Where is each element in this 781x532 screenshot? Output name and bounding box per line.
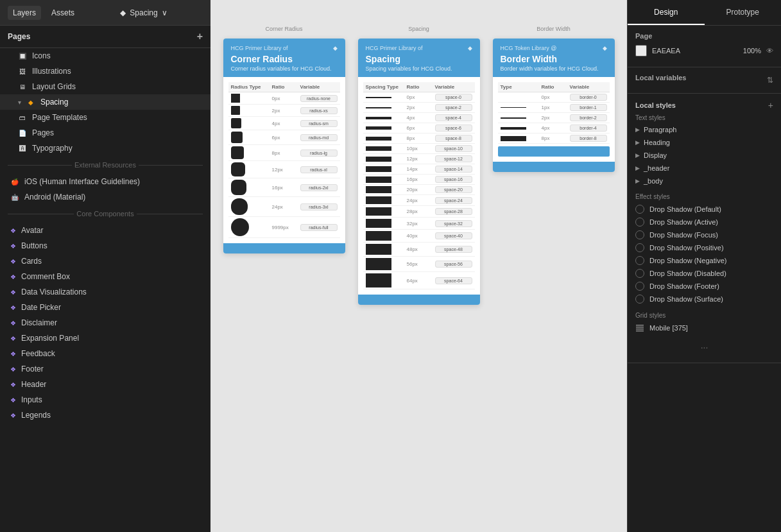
assets-tab[interactable]: Assets xyxy=(46,6,80,20)
sidebar-item-page-templates[interactable]: 🗃 Page Templates xyxy=(0,110,210,125)
page-icon: 🅰 xyxy=(18,144,27,153)
spacing-swatch xyxy=(366,244,391,255)
sidebar-item-cards[interactable]: ❖ Cards xyxy=(0,253,210,269)
effect-drop-shadow-surface[interactable]: Drop Shadow (Surface) xyxy=(635,293,773,305)
sidebar-item-data-visualizations[interactable]: ❖ Data Visualizations xyxy=(0,284,210,300)
component-icon: ❖ xyxy=(10,258,16,265)
sidebar-item-typography[interactable]: 🅰 Typography xyxy=(0,141,210,156)
radius-swatch xyxy=(231,106,240,115)
badge-icon: ◆ xyxy=(333,45,338,51)
table-header: Spacing Type Ratio Variable xyxy=(363,82,475,92)
style-label: Heading xyxy=(644,139,670,146)
effect-drop-shadow-negative[interactable]: Drop Shadow (Negative) xyxy=(635,254,773,267)
sidebar-item-expansion-panel[interactable]: ❖ Expansion Panel xyxy=(0,330,210,346)
sidebar-item-label: Page Templates xyxy=(32,113,87,122)
table-row: 16px space-16 xyxy=(363,175,475,185)
left-panel: Layers Assets ◆ Spacing ∨ Pages + 🔲 Icon… xyxy=(0,0,210,532)
sidebar-item-label: Avatar xyxy=(21,226,43,235)
style-group-body: ▶ _body xyxy=(635,175,773,187)
effect-drop-shadow-positive[interactable]: Drop Shadow (Positive) xyxy=(635,241,773,254)
radius-swatch xyxy=(231,118,241,128)
card-title: Border Width xyxy=(501,54,607,64)
style-group-heading: ▶ Heading xyxy=(635,137,773,148)
spacing-swatch xyxy=(366,146,391,151)
border-swatch xyxy=(501,107,526,108)
sidebar-item-layout-grids[interactable]: 🖥 Layout Grids xyxy=(0,79,210,94)
local-variables-section: Local variables ⇅ xyxy=(628,67,781,94)
text-styles-title: Text styles xyxy=(635,114,773,121)
sidebar-item-disclaimer[interactable]: ❖ Disclaimer xyxy=(0,315,210,330)
style-label: Paragraph xyxy=(644,126,676,133)
sidebar-item-pages[interactable]: 📄 Pages xyxy=(0,125,210,141)
corner-radius-label: Corner Radius xyxy=(262,26,305,32)
page-dropdown-icon[interactable]: ∨ xyxy=(162,8,167,17)
add-style-button[interactable]: + xyxy=(768,100,773,110)
sidebar-item-comment-box[interactable]: ❖ Comment Box xyxy=(0,269,210,284)
more-options[interactable]: ··· xyxy=(635,338,773,356)
table-row: 48px space-48 xyxy=(363,243,475,257)
spacing-swatch xyxy=(366,137,391,141)
highlight-row xyxy=(498,146,610,157)
component-icon: ❖ xyxy=(10,273,16,280)
table-row: 56px space-56 xyxy=(363,257,475,272)
tab-design[interactable]: Design xyxy=(628,0,705,25)
spacing-swatch xyxy=(366,219,391,228)
sidebar-item-header[interactable]: ❖ Header xyxy=(0,377,210,392)
sidebar-item-legends[interactable]: ❖ Legends xyxy=(0,408,210,423)
tab-prototype[interactable]: Prototype xyxy=(705,0,782,25)
sidebar-item-ios[interactable]: 🍎 iOS (Human Interface Guidelines) xyxy=(0,174,210,189)
local-styles-title: Local styles xyxy=(635,101,676,109)
effect-drop-shadow-footer[interactable]: Drop Shadow (Footer) xyxy=(635,280,773,293)
current-page-indicator: ◆ Spacing ∨ xyxy=(120,8,167,17)
local-vars-icon[interactable]: ⇅ xyxy=(767,76,773,85)
grid-mobile[interactable]: Mobile [375] xyxy=(635,322,773,334)
effect-label: Drop Shadow (Positive) xyxy=(649,244,724,252)
sidebar-item-feedback[interactable]: ❖ Feedback xyxy=(0,346,210,361)
effect-label: Drop Shadow (Disabled) xyxy=(649,270,726,277)
sidebar-item-buttons[interactable]: ❖ Buttons xyxy=(0,238,210,253)
card-title: Corner Radius xyxy=(231,54,338,64)
radius-swatch xyxy=(231,198,248,215)
effect-drop-shadow-focus[interactable]: Drop Shadow (Focus) xyxy=(635,228,773,241)
table-row: 64px space-64 xyxy=(363,272,475,289)
sidebar-item-avatar[interactable]: ❖ Avatar xyxy=(0,223,210,238)
left-list: 🔲 Icons 🖼 Illustrations 🖥 Layout Grids ▾… xyxy=(0,48,210,532)
brand-text: HCG Primer Library of xyxy=(231,45,288,51)
component-icon: ❖ xyxy=(10,412,16,419)
effect-drop-shadow-active[interactable]: Drop Shadow (Active) xyxy=(635,216,773,228)
pages-title: Pages xyxy=(8,32,30,41)
effect-drop-shadow-default[interactable]: Drop Shadow (Default) xyxy=(635,203,773,216)
table-row: 16px radius-2xl xyxy=(228,178,340,197)
page-color-swatch[interactable] xyxy=(635,45,647,56)
svg-rect-3 xyxy=(636,330,644,332)
visibility-icon[interactable]: 👁 xyxy=(766,47,773,55)
add-page-button[interactable]: + xyxy=(197,31,203,42)
sidebar-item-android[interactable]: 🤖 Android (Material) xyxy=(0,189,210,205)
sidebar-item-date-picker[interactable]: ❖ Date Picker xyxy=(0,300,210,315)
style-group-paragraph-row[interactable]: ▶ Paragraph xyxy=(635,124,773,135)
local-vars-row: Local variables ⇅ xyxy=(635,74,773,87)
badge-icon: ◆ xyxy=(603,45,607,51)
layers-tab[interactable]: Layers xyxy=(8,6,41,20)
sidebar-item-footer[interactable]: ❖ Footer xyxy=(0,361,210,377)
sidebar-item-icons[interactable]: 🔲 Icons xyxy=(0,48,210,64)
style-group-header-row[interactable]: ▶ _header xyxy=(635,162,773,174)
sidebar-item-inputs[interactable]: ❖ Inputs xyxy=(0,392,210,408)
spacing-swatch xyxy=(366,258,391,270)
table-row: 32px space-32 xyxy=(363,218,475,230)
sidebar-item-label: Icons xyxy=(32,51,51,60)
table-row: 14px space-14 xyxy=(363,164,475,175)
effect-drop-shadow-disabled[interactable]: Drop Shadow (Disabled) xyxy=(635,267,773,280)
style-group-body-row[interactable]: ▶ _body xyxy=(635,175,773,187)
card-subtitle: Corner radius variables for HCG Cloud. xyxy=(231,65,338,72)
table-row: 8px radius-lg xyxy=(228,145,340,161)
card-body: Type Ratio Variable 0px border-0 1px bor… xyxy=(493,77,615,162)
style-group-display-row[interactable]: ▶ Display xyxy=(635,150,773,161)
sidebar-item-illustrations[interactable]: 🖼 Illustrations xyxy=(0,64,210,79)
radius-swatch xyxy=(231,146,244,159)
brand-row: HCG Token Library @ ◆ xyxy=(501,45,607,51)
style-group-heading-row[interactable]: ▶ Heading xyxy=(635,137,773,148)
component-icon: ❖ xyxy=(10,320,16,327)
sidebar-item-spacing[interactable]: ▾ ◆ Spacing xyxy=(0,94,210,110)
table-row: 4px radius-sm xyxy=(228,117,340,130)
